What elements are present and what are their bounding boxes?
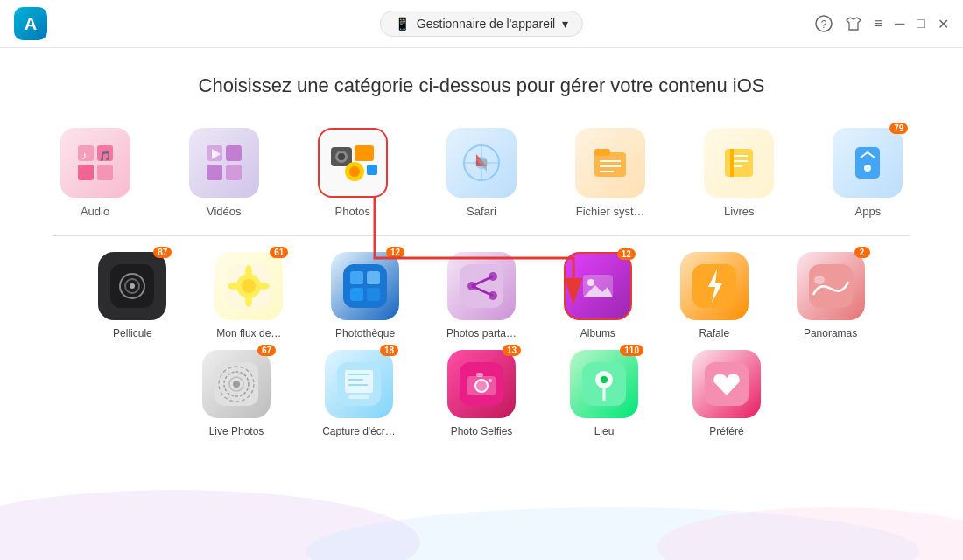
pellicule-icon: 87 (98, 252, 166, 320)
albums-label: Albums (580, 327, 615, 340)
subcat-lieu[interactable]: 110 Lieu (556, 350, 652, 438)
subcat-capture[interactable]: 18 Capture d'écr… (311, 350, 407, 438)
partagees-icon (447, 252, 516, 320)
category-apps[interactable]: 79 Apps (826, 128, 910, 218)
selfies-label: Photo Selfies (451, 425, 513, 438)
prefere-icon (692, 350, 761, 418)
livephotos-icon: 67 (202, 350, 271, 418)
dropdown-chevron-icon: ▾ (562, 17, 568, 31)
subcat-flux[interactable]: 61 Mon flux de… (204, 252, 294, 340)
svg-point-72 (233, 381, 240, 388)
titlebar: A 📱 Gestionnaire de l'appareil ▾ ? ≡ ─ (0, 0, 963, 48)
svg-rect-51 (367, 271, 380, 284)
audio-icon-wrap: ♪ 🎵 (60, 128, 130, 198)
svg-rect-31 (725, 149, 753, 177)
svg-point-15 (338, 153, 345, 160)
close-icon: ✕ (938, 16, 949, 32)
titlebar-center: 📱 Gestionnaire de l'appareil ▾ (380, 10, 583, 37)
flux-label: Mon flux de… (216, 327, 281, 340)
pellicule-label: Pellicule (113, 327, 152, 340)
photos-label: Photos (335, 205, 370, 218)
app-logo: A (14, 7, 47, 40)
fichier-label: Fichier syst… (576, 205, 645, 218)
svg-rect-10 (207, 164, 222, 180)
minimize-icon: ─ (895, 16, 904, 32)
menu-button[interactable]: ≡ (875, 16, 882, 32)
category-livres[interactable]: Livres (697, 128, 782, 218)
svg-rect-16 (355, 145, 374, 161)
videos-label: Vidéos (207, 205, 242, 218)
svg-point-47 (228, 283, 240, 290)
subcategories-row-2: 67 Live Photos 18 (88, 350, 875, 438)
shirt-button[interactable] (845, 15, 862, 32)
category-videos[interactable]: Vidéos (181, 128, 266, 218)
safari-icon-wrap (446, 128, 517, 198)
close-button[interactable]: ✕ (938, 16, 949, 32)
rafale-icon (680, 252, 749, 320)
titlebar-right: ? ≡ ─ □ ✕ (815, 15, 949, 32)
svg-rect-11 (226, 164, 242, 180)
svg-rect-26 (594, 152, 626, 177)
svg-rect-49 (343, 264, 387, 308)
livres-icon-wrap (704, 128, 774, 198)
phototheque-icon: 12 (331, 252, 399, 320)
apps-icon-wrap: 79 (833, 128, 903, 198)
flux-icon: 61 (214, 252, 283, 320)
svg-text:♪: ♪ (81, 149, 88, 162)
category-safari[interactable]: Safari (439, 128, 524, 218)
svg-rect-4 (78, 164, 94, 180)
subcat-rafale[interactable]: Rafale (669, 252, 759, 340)
prefere-label: Préféré (709, 425, 743, 438)
svg-rect-74 (345, 370, 373, 393)
divider (53, 235, 910, 236)
categories-row: ♪ 🎵 Audio Vidéos (53, 128, 910, 218)
livres-label: Livres (724, 205, 755, 218)
rafale-label: Rafale (699, 327, 729, 340)
maximize-button[interactable]: □ (917, 16, 925, 32)
category-fichier[interactable]: Fichier syst… (568, 128, 653, 218)
svg-point-92 (657, 508, 963, 560)
page-title: Choisissez une catégorie ci-dessous pour… (53, 74, 910, 97)
minimize-button[interactable]: ─ (895, 16, 904, 32)
subcat-selfies[interactable]: 13 Photo Selfies (433, 350, 530, 438)
capture-label: Capture d'écr… (322, 425, 396, 438)
subcat-prefere[interactable]: Préféré (678, 350, 775, 438)
svg-rect-32 (730, 149, 734, 177)
subcat-panoramas[interactable]: 2 Panoramas (785, 252, 875, 340)
svg-point-44 (242, 279, 256, 293)
svg-rect-27 (594, 149, 610, 156)
svg-point-48 (257, 283, 270, 290)
subcat-partagees[interactable]: Photos parta… (437, 252, 527, 340)
svg-point-41 (130, 284, 135, 289)
videos-icon-wrap (189, 128, 259, 198)
menu-icon: ≡ (875, 16, 882, 32)
svg-rect-19 (367, 164, 377, 175)
subcat-livephotos[interactable]: 67 Live Photos (188, 350, 285, 438)
titlebar-left: A (14, 7, 47, 40)
subcat-pellicule[interactable]: 87 Pellicule (88, 252, 178, 340)
subcat-albums[interactable]: 12 Albums (552, 252, 643, 340)
safari-label: Safari (467, 205, 496, 218)
category-audio[interactable]: ♪ 🎵 Audio (53, 128, 137, 218)
photos-icon-wrap (318, 128, 388, 198)
lieu-icon: 110 (570, 350, 638, 418)
device-manager-button[interactable]: 📱 Gestionnaire de l'appareil ▾ (380, 10, 583, 37)
svg-point-67 (814, 276, 825, 284)
subcat-phototheque[interactable]: 12 Photothèque (320, 252, 411, 340)
device-button-label: Gestionnaire de l'appareil (417, 17, 555, 31)
svg-point-90 (0, 490, 420, 560)
maximize-icon: □ (917, 16, 925, 32)
panoramas-icon: 2 (797, 252, 865, 320)
category-photos[interactable]: Photos (310, 128, 395, 218)
svg-point-62 (587, 279, 594, 286)
partagees-label: Photos parta… (446, 327, 517, 340)
albums-icon: 12 (564, 252, 632, 320)
svg-rect-54 (460, 264, 503, 308)
svg-text:?: ? (820, 18, 826, 31)
capture-icon: 18 (325, 350, 393, 418)
svg-point-87 (601, 376, 608, 383)
svg-point-45 (245, 265, 252, 277)
audio-label: Audio (81, 205, 109, 218)
lieu-label: Lieu (594, 425, 615, 438)
help-button[interactable]: ? (815, 15, 833, 32)
